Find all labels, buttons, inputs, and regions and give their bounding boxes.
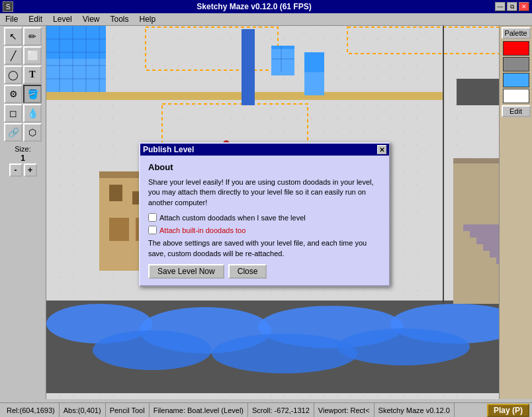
publish-dialog: Publish Level ✕ About Share your level e… xyxy=(139,142,390,287)
attach-builtin-label: Attach built-in doodads too xyxy=(159,226,245,234)
dialog-close-button[interactable]: ✕ xyxy=(377,145,386,154)
dialog-body-text: Share your level easily! If you are usin… xyxy=(148,177,381,208)
checkbox-row-1: Attach custom doodads when I save the le… xyxy=(148,213,381,222)
dialog-title-bar: Publish Level ✕ xyxy=(140,144,389,156)
save-level-now-button[interactable]: Save Level Now xyxy=(148,264,224,279)
dialog-buttons: Save Level Now Close xyxy=(148,264,381,279)
dialog-overlay: Publish Level ✕ About Share your level e… xyxy=(0,0,532,417)
dialog-close-btn[interactable]: Close xyxy=(228,264,267,279)
attach-custom-checkbox[interactable] xyxy=(148,213,157,222)
attach-custom-label: Attach custom doodads when I save the le… xyxy=(159,214,306,222)
dialog-about-heading: About xyxy=(148,162,381,172)
dialog-body: About Share your level easily! If you ar… xyxy=(140,156,389,285)
attach-builtin-checkbox[interactable] xyxy=(148,226,157,234)
checkbox-row-2: Attach built-in doodads too xyxy=(148,226,381,234)
dialog-title-text: Publish Level xyxy=(143,145,194,154)
dialog-note-text: The above settings are saved with your l… xyxy=(148,238,381,259)
